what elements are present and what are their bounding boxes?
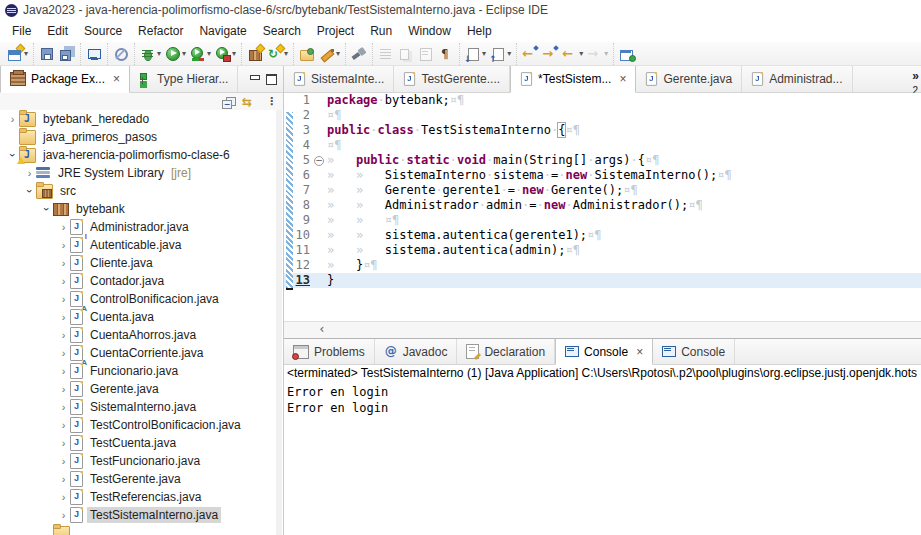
mark-occurrences-button[interactable]: ▾ [317,44,342,64]
code-line-4[interactable]: 4¤¶ [284,138,921,153]
expander-collapsed-icon[interactable]: › [57,437,70,449]
console-tab-problems[interactable]: Problems [284,339,375,364]
collapse-region-icon[interactable] [314,156,324,166]
code-line-3[interactable]: 3public·class·TestSistemaInterno·{¤¶ [284,123,921,138]
code-line-8[interactable]: 8» » Administrador·admin·=·new·Administr… [284,198,921,213]
menu-window[interactable]: Window [400,21,459,41]
tree-item-testcuenta-java[interactable]: ›TestCuenta.java [0,434,283,452]
explorer-scrollbar[interactable] [276,110,282,535]
code-line-10[interactable]: 10» » sistema.autentica(gerente1);¤¶ [284,228,921,243]
search-button[interactable] [349,44,369,64]
console-output[interactable]: Error en loginError en login [284,381,921,416]
scroll-left-icon[interactable]: ‹ [314,322,330,337]
fold-column[interactable] [312,228,325,243]
tree-item-testfuncionario-java[interactable]: ›TestFuncionario.java [0,452,283,470]
tree-item-testcontrolbonificacion-java[interactable]: ›TestControlBonificacion.java [0,416,283,434]
expander-collapsed-icon[interactable]: › [57,221,70,233]
expander-collapsed-icon[interactable]: › [6,113,19,125]
project-tree[interactable]: ›bytebank_heredadojava_primeros_pasos›ja… [0,110,283,535]
tree-item-partial[interactable] [0,524,283,535]
code-line-5[interactable]: 5» public·static·void·main(String[]·args… [284,153,921,168]
tree-item-testreferencias-java[interactable]: ›TestReferencias.java [0,488,283,506]
dropdown-arrow-icon[interactable]: ▾ [507,49,511,58]
tree-item-cuentaahorros-java[interactable]: ›CuentaAhorros.java [0,326,283,344]
menu-source[interactable]: Source [76,21,130,41]
expander-collapsed-icon[interactable]: › [57,365,70,377]
dropdown-arrow-icon[interactable]: ▾ [284,49,288,58]
next-annotation-button[interactable]: ▾ [463,44,488,64]
close-icon[interactable]: × [619,72,626,86]
fold-column[interactable] [312,243,325,258]
code-line-13[interactable]: 13} [284,273,921,288]
expander-expanded-icon[interactable]: › [24,185,36,198]
code-line-11[interactable]: 11» » sistema.autentica(admin);¤¶ [284,243,921,258]
menu-run[interactable]: Run [362,21,400,41]
code-line-9[interactable]: 9» » ¤¶ [284,213,921,228]
menu-edit[interactable]: Edit [39,21,76,41]
last-edit-location-button[interactable] [520,44,540,64]
dropdown-arrow-icon[interactable]: ▾ [232,49,236,58]
close-icon[interactable]: × [636,345,643,359]
show-selected-element-button[interactable] [416,44,436,64]
tree-item-cuentacorriente-java[interactable]: ›CuentaCorriente.java [0,344,283,362]
expander-collapsed-icon[interactable]: › [57,293,70,305]
tree-item-src[interactable]: ›src [0,182,283,200]
pin-editor-button[interactable] [617,44,637,64]
console-tab-console[interactable]: Console× [555,339,653,365]
editor-tab-testgerente[interactable]: TestGerente.... [394,66,510,92]
expander-collapsed-icon[interactable]: › [57,383,70,395]
show-whitespace-button[interactable] [436,44,456,64]
code-line-12[interactable]: 12» }¤¶ [284,258,921,273]
maximize-icon[interactable] [263,71,280,87]
skip-breakpoints-button[interactable] [111,44,131,64]
expander-collapsed-icon[interactable]: › [57,239,70,251]
expander-collapsed-icon[interactable]: › [57,473,70,485]
tree-item-autenticable-java[interactable]: ›IAutenticable.java [0,236,283,254]
editor-tab-administrad[interactable]: Administrad... [742,66,852,92]
tree-item-controlbonificacion-java[interactable]: ›ControlBonificacion.java [0,290,283,308]
fold-column[interactable] [312,93,325,108]
expander-collapsed-icon[interactable]: › [57,509,70,521]
expander-collapsed-icon[interactable]: › [23,167,36,179]
dropdown-arrow-icon[interactable]: ▾ [604,49,608,58]
link-editor-button[interactable] [396,44,416,64]
save-button[interactable] [37,44,57,64]
expander-collapsed-icon[interactable]: › [57,347,70,359]
expander-collapsed-icon[interactable]: › [57,275,70,287]
collapse-all-icon[interactable] [221,94,237,110]
menu-search[interactable]: Search [255,21,309,41]
save-all-button[interactable] [57,44,77,64]
fold-column[interactable] [312,168,325,183]
console-tab-console[interactable]: Console [653,339,735,364]
close-icon[interactable]: × [113,72,120,86]
fold-column[interactable] [312,183,325,198]
fold-column[interactable] [312,108,325,123]
dropdown-arrow-icon[interactable]: ▾ [24,49,28,58]
forward-button[interactable]: ▾ [585,44,610,64]
dropdown-arrow-icon[interactable]: ▾ [182,49,186,58]
fold-column[interactable] [312,213,325,228]
console-tab-declaration[interactable]: Declaration [457,339,555,364]
tree-item-java-herencia-polimorfismo-clase-6[interactable]: ›java-herencia-polimorfismo-clase-6 [0,146,283,164]
tree-item-bytebank-heredado[interactable]: ›bytebank_heredado [0,110,283,128]
debug-button[interactable]: ▾ [138,44,163,64]
tree-item-testgerente-java[interactable]: ›TestGerente.java [0,470,283,488]
minimize-icon[interactable] [246,71,263,87]
menu-file[interactable]: File [4,21,39,41]
view-tab-type-hierar[interactable]: Type Hierar... [130,66,238,92]
fold-column[interactable] [312,258,325,273]
expander-expanded-icon[interactable]: › [41,203,53,216]
view-menu-icon[interactable] [261,94,277,110]
console-tab-javadoc[interactable]: Javadoc [375,339,458,364]
code-line-1[interactable]: 1package·bytebank;¤¶ [284,93,921,108]
tree-item-bytebank[interactable]: ›bytebank [0,200,283,218]
tree-item-contador-java[interactable]: ›Contador.java [0,272,283,290]
open-type-button[interactable] [297,44,317,64]
new-wizard-button[interactable]: ▾ [5,44,30,64]
menu-project[interactable]: Project [309,21,362,41]
tree-item-jre-system-library[interactable]: ›JRE System Library[jre] [0,164,283,182]
tree-item-cuenta-java[interactable]: ›ACuenta.java [0,308,283,326]
fold-column[interactable] [312,198,325,213]
code-line-7[interactable]: 7» » Gerente·gerente1·=·new·Gerente();¤¶ [284,183,921,198]
expander-collapsed-icon[interactable]: › [57,455,70,467]
